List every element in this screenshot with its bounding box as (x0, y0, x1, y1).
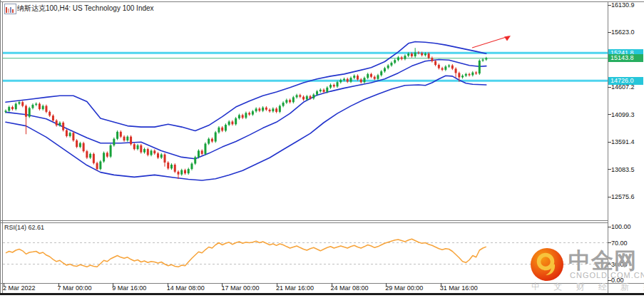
candle-body (72, 133, 74, 140)
candle-body (258, 108, 260, 111)
candle-body (414, 53, 416, 56)
candle-body (8, 107, 10, 111)
candle-body (235, 118, 237, 124)
time-tick-label: 21 Mar 16:00 (276, 284, 314, 292)
candle-body (89, 154, 91, 158)
candle-body (349, 78, 352, 81)
candle-body (347, 79, 349, 82)
current-price-label: 15143.8 (608, 54, 643, 62)
candle-body (475, 73, 477, 74)
candle-body (170, 165, 173, 168)
candle-body (248, 113, 250, 114)
candle-body (208, 139, 210, 144)
candle-body (279, 106, 281, 112)
candle-body (69, 133, 71, 136)
candle-body (289, 100, 291, 102)
candle-body (444, 66, 446, 70)
trend-arrow-head[interactable] (504, 36, 511, 41)
candle-body (48, 112, 51, 115)
candle-body (380, 71, 382, 75)
candle-body (374, 77, 376, 79)
candle-body (177, 172, 179, 175)
candle-body (231, 121, 233, 124)
candle-body (184, 170, 186, 174)
candle-body (93, 154, 95, 163)
candle-body (126, 137, 128, 140)
candle-body (296, 95, 298, 97)
candle-body (448, 66, 450, 67)
time-tick-label: 17 Mar 00:00 (221, 284, 259, 292)
candle-body (164, 155, 166, 163)
candle-body (337, 82, 339, 86)
candle-body (218, 128, 220, 133)
candle-body (323, 90, 325, 92)
candle-body (255, 108, 257, 111)
candle-body (153, 150, 155, 153)
time-tick-label: 31 Mar 16:00 (440, 284, 478, 292)
candle-body (86, 151, 88, 158)
trend-arrow-line[interactable] (472, 36, 508, 48)
candle-body (211, 139, 213, 142)
candle-body (438, 65, 440, 68)
candle-body (326, 88, 328, 92)
time-tick-label: 2 Mar 2022 (3, 284, 36, 292)
candle-body (320, 90, 322, 91)
candle-body (465, 74, 467, 76)
candle-body (431, 58, 433, 61)
candle-body (434, 61, 436, 65)
candle-body (461, 76, 464, 77)
candle-body (160, 155, 163, 158)
candle-body (18, 102, 20, 103)
candle-body (252, 111, 254, 115)
candle-body (56, 120, 58, 125)
candle-body (167, 163, 169, 168)
candle-body (106, 153, 108, 156)
candle-body (312, 95, 315, 98)
candle-body (357, 76, 359, 79)
candle-body (390, 63, 392, 66)
candle-body (35, 104, 37, 106)
candle-body (188, 169, 190, 173)
candle-body (394, 60, 396, 63)
level-price-label: 14726.0 (608, 77, 643, 85)
price-tick-label: 13591.4 (611, 138, 635, 145)
candle-body (242, 115, 244, 118)
candle-body (110, 145, 112, 157)
candle-body (458, 73, 460, 77)
candle-body (76, 140, 78, 147)
candle-body (215, 133, 217, 142)
candle-body (401, 57, 403, 58)
candle-body (299, 95, 301, 96)
candle-body (15, 104, 17, 110)
candle-body (103, 153, 105, 161)
candle-body (387, 66, 389, 68)
candle-body (275, 108, 277, 112)
candle-body (245, 113, 247, 118)
candle-body (194, 157, 196, 163)
candle-body (377, 75, 379, 78)
candle-body (306, 96, 308, 100)
price-tick-label: 13083.5 (611, 166, 635, 173)
candle-body (238, 115, 240, 118)
price-tick-label: 16130.9 (611, 1, 635, 9)
candle-body (221, 128, 223, 131)
price-tick-label: 12575.6 (611, 193, 635, 200)
time-tick-label: 14 Mar 08:00 (167, 284, 205, 292)
candle-body (99, 161, 101, 169)
candle-body (116, 132, 118, 139)
candle-body (455, 68, 457, 73)
candle-body (120, 132, 122, 137)
candle-body (39, 104, 41, 110)
candle-body (204, 144, 206, 154)
candle-body (339, 80, 342, 82)
candle-body (265, 108, 267, 110)
candle-body (262, 108, 264, 111)
candle-body (31, 105, 34, 108)
time-tick-label: 29 Mar 00:00 (385, 284, 423, 292)
price-tick-label: 15623.0 (611, 29, 635, 36)
candle-body (343, 79, 345, 81)
candle-body (228, 121, 230, 125)
candle-body (292, 97, 295, 102)
candle-body (272, 108, 274, 111)
candle-body (123, 137, 126, 140)
